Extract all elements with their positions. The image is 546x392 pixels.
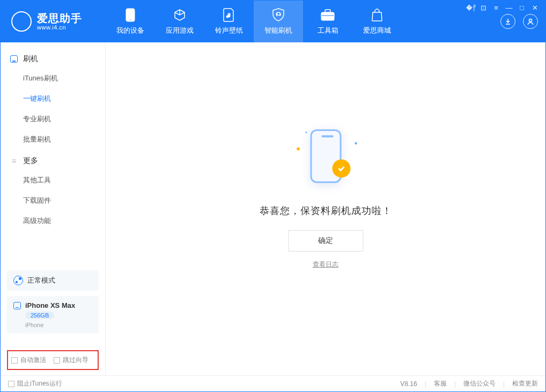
- tab-ringtone-wallpaper[interactable]: 铃声壁纸: [204, 1, 254, 42]
- list-icon: ≡: [10, 157, 18, 165]
- ok-button[interactable]: 确定: [288, 230, 363, 252]
- highlighted-options-box: 自动激活 跳过向导: [7, 350, 99, 370]
- maximize-icon[interactable]: □: [518, 4, 526, 12]
- block-itunes-checkbox[interactable]: 阻止iTunes运行: [8, 379, 62, 388]
- device-icon: [123, 8, 138, 23]
- success-message: 恭喜您，保资料刷机成功啦！: [260, 204, 392, 217]
- user-button[interactable]: [523, 14, 538, 29]
- main-content: 恭喜您，保资料刷机成功啦！ 确定 查看日志: [106, 42, 545, 375]
- device-name: iPhone XS Max: [25, 301, 75, 309]
- app-logo-icon: [11, 11, 32, 32]
- sidebar-item-oneclick-flash[interactable]: 一键刷机: [1, 88, 105, 109]
- sidebar-item-pro-flash[interactable]: 专业刷机: [1, 109, 105, 129]
- feedback-icon[interactable]: �⳨: [466, 4, 475, 12]
- phone-icon: [13, 302, 21, 309]
- sidebar-item-batch-flash[interactable]: 批量刷机: [1, 129, 105, 150]
- tab-store[interactable]: 爱思商城: [352, 1, 402, 42]
- success-illustration: [293, 126, 358, 190]
- footer-link-wechat[interactable]: 微信公众号: [463, 379, 496, 388]
- device-info-block: 正常模式 iPhone XS Max 256GB iPhone: [7, 270, 99, 334]
- menu-icon[interactable]: ≡: [492, 4, 500, 12]
- svg-rect-4: [321, 15, 334, 16]
- sidebar-item-download-fw[interactable]: 下载固件: [1, 190, 105, 211]
- device-card[interactable]: iPhone XS Max 256GB iPhone: [7, 296, 99, 334]
- footer-link-support[interactable]: 客服: [434, 379, 447, 388]
- check-badge-icon: [332, 159, 350, 177]
- mode-icon: [13, 276, 23, 285]
- view-log-link[interactable]: 查看日志: [313, 260, 338, 269]
- minimize-icon[interactable]: —: [505, 4, 513, 12]
- window-controls: �⳨ ⊡ ≡ — □ ✕: [466, 4, 539, 12]
- app-title: 爱思助手: [37, 12, 82, 24]
- download-button[interactable]: [500, 14, 515, 29]
- nav-tabs: 我的设备 应用游戏 铃声壁纸 智能刷机 工具箱 爱思商城: [106, 1, 500, 42]
- footer-link-update[interactable]: 检查更新: [512, 379, 538, 388]
- bag-icon: [370, 8, 385, 23]
- tab-apps-games[interactable]: 应用游戏: [155, 1, 204, 42]
- cube-icon: [172, 8, 187, 23]
- shield-refresh-icon: [271, 8, 286, 23]
- tab-my-device[interactable]: 我的设备: [106, 1, 155, 42]
- lock-icon[interactable]: ⊡: [479, 4, 488, 12]
- device-mode-label: 正常模式: [27, 276, 55, 285]
- footer: 阻止iTunes运行 V8.16 | 客服 | 微信公众号 | 检查更新: [1, 375, 545, 391]
- auto-activate-checkbox[interactable]: 自动激活: [11, 356, 46, 365]
- sidebar-group-more: ≡ 更多: [1, 150, 105, 170]
- device-type: iPhone: [25, 322, 92, 328]
- svg-point-5: [529, 19, 532, 22]
- tab-toolbox[interactable]: 工具箱: [303, 1, 352, 42]
- toolbox-icon: [320, 8, 335, 23]
- phone-outline-icon: [10, 55, 18, 63]
- app-header: 爱思助手 www.i4.cn 我的设备 应用游戏 铃声壁纸 智能刷机 工具箱 爱…: [1, 1, 545, 42]
- svg-rect-3: [325, 10, 330, 12]
- svg-rect-0: [126, 9, 135, 21]
- device-mode-card[interactable]: 正常模式: [7, 270, 99, 291]
- sidebar-item-other-tools[interactable]: 其他工具: [1, 170, 105, 190]
- app-subtitle: www.i4.cn: [37, 24, 82, 31]
- sidebar-group-flash: 刷机: [1, 48, 105, 68]
- tab-smart-flash[interactable]: 智能刷机: [254, 1, 303, 42]
- sidebar: 刷机 iTunes刷机 一键刷机 专业刷机 批量刷机 ≡ 更多 其他工具 下载固…: [1, 42, 106, 375]
- music-file-icon: [222, 8, 237, 23]
- skip-guide-checkbox[interactable]: 跳过向导: [54, 356, 88, 365]
- sidebar-item-advanced[interactable]: 高级功能: [1, 211, 105, 231]
- logo-block: 爱思助手 www.i4.cn: [1, 1, 106, 42]
- svg-rect-1: [129, 20, 132, 21]
- device-storage-badge: 256GB: [25, 312, 54, 319]
- sidebar-item-itunes-flash[interactable]: iTunes刷机: [1, 68, 105, 88]
- close-icon[interactable]: ✕: [530, 4, 539, 12]
- version-label: V8.16: [400, 380, 417, 388]
